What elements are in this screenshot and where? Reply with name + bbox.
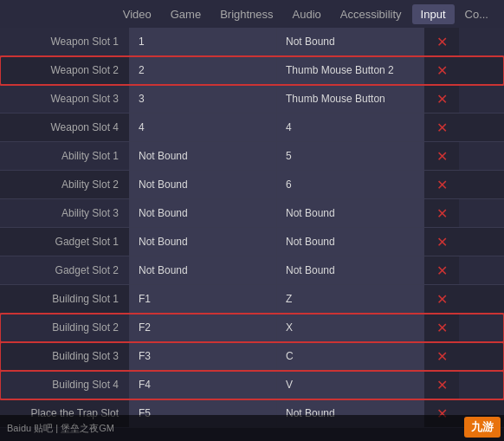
delete-button[interactable]: ✕ (424, 56, 459, 84)
primary-binding[interactable]: F1 (130, 285, 277, 313)
slot-label: Weapon Slot 3 (0, 85, 130, 113)
slot-label: Gadget Slot 1 (0, 228, 130, 256)
delete-button[interactable]: ✕ (424, 342, 459, 370)
secondary-binding[interactable]: Not Bound (277, 28, 424, 55)
primary-binding[interactable]: 4 (130, 113, 277, 141)
slot-label: Building Slot 4 (0, 371, 130, 399)
nav-item-video[interactable]: Video (114, 4, 160, 24)
primary-binding[interactable]: Not Bound (130, 171, 277, 198)
secondary-binding[interactable]: 5 (277, 142, 424, 170)
nav-item-audio[interactable]: Audio (284, 4, 330, 24)
slot-label: Ability Slot 1 (0, 142, 130, 170)
primary-binding[interactable]: Not Bound (130, 142, 277, 170)
slot-label: Weapon Slot 2 (0, 56, 130, 84)
table-row: Ability Slot 2Not Bound6✕ (0, 171, 504, 199)
table-row: Building Slot 1F1Z✕ (0, 285, 504, 314)
secondary-binding[interactable]: Thumb Mouse Button (277, 85, 424, 113)
nav-item-game[interactable]: Game (162, 4, 210, 24)
nav-item-input[interactable]: Input (412, 4, 455, 24)
secondary-binding[interactable]: 6 (277, 171, 424, 198)
logo-badge: 九游 (464, 417, 501, 438)
primary-binding[interactable]: F3 (130, 342, 277, 370)
primary-binding[interactable]: F4 (130, 371, 277, 399)
table-row: Ability Slot 1Not Bound5✕ (0, 142, 504, 171)
slot-label: Building Slot 2 (0, 314, 130, 341)
delete-button[interactable]: ✕ (424, 142, 459, 170)
slot-label: Weapon Slot 1 (0, 28, 130, 55)
nav-item-accessibility[interactable]: Accessibility (332, 4, 410, 24)
delete-button[interactable]: ✕ (424, 28, 459, 55)
watermark-text: Baidu 贴吧 | 堡垒之夜GM (7, 422, 114, 435)
primary-binding[interactable]: Not Bound (130, 256, 277, 284)
delete-button[interactable]: ✕ (424, 314, 459, 341)
nav-item-co[interactable]: Co... (456, 4, 497, 24)
primary-binding[interactable]: 1 (130, 28, 277, 55)
slot-label: Ability Slot 2 (0, 171, 130, 198)
slot-label: Weapon Slot 4 (0, 113, 130, 141)
delete-button[interactable]: ✕ (424, 199, 459, 227)
primary-binding[interactable]: Not Bound (130, 199, 277, 227)
slot-label: Gadget Slot 2 (0, 256, 130, 284)
table-row: Weapon Slot 22Thumb Mouse Button 2✕ (0, 56, 504, 85)
secondary-binding[interactable]: C (277, 342, 424, 370)
slot-label: Building Slot 3 (0, 342, 130, 370)
primary-binding[interactable]: 3 (130, 85, 277, 113)
table-row: Gadget Slot 1Not BoundNot Bound✕ (0, 228, 504, 256)
delete-button[interactable]: ✕ (424, 228, 459, 256)
slot-label: Building Slot 1 (0, 285, 130, 313)
primary-binding[interactable]: 2 (130, 56, 277, 84)
delete-button[interactable]: ✕ (424, 256, 459, 284)
table-row: Weapon Slot 33Thumb Mouse Button✕ (0, 85, 504, 113)
secondary-binding[interactable]: X (277, 314, 424, 341)
delete-button[interactable]: ✕ (424, 85, 459, 113)
delete-button[interactable]: ✕ (424, 371, 459, 399)
secondary-binding[interactable]: Not Bound (277, 228, 424, 256)
nav-item-brightness[interactable]: Brightness (211, 4, 281, 24)
table-row: Building Slot 4F4V✕ (0, 371, 504, 399)
table-row: Weapon Slot 11Not Bound✕ (0, 28, 504, 56)
watermark: Baidu 贴吧 | 堡垒之夜GM (0, 415, 504, 441)
table-row: Gadget Slot 2Not BoundNot Bound✕ (0, 256, 504, 285)
delete-button[interactable]: ✕ (424, 113, 459, 141)
secondary-binding[interactable]: Not Bound (277, 256, 424, 284)
secondary-binding[interactable]: V (277, 371, 424, 399)
delete-button[interactable]: ✕ (424, 171, 459, 198)
primary-binding[interactable]: Not Bound (130, 228, 277, 256)
table-row: Building Slot 2F2X✕ (0, 314, 504, 342)
slot-label: Ability Slot 3 (0, 199, 130, 227)
primary-binding[interactable]: F2 (130, 314, 277, 341)
secondary-binding[interactable]: 4 (277, 113, 424, 141)
navigation: VideoGameBrightnessAudioAccessibilityInp… (0, 0, 504, 28)
secondary-binding[interactable]: Thumb Mouse Button 2 (277, 56, 424, 84)
delete-button[interactable]: ✕ (424, 285, 459, 313)
table-row: Weapon Slot 444✕ (0, 113, 504, 142)
secondary-binding[interactable]: Not Bound (277, 199, 424, 227)
settings-content: Weapon Slot 11Not Bound✕Weapon Slot 22Th… (0, 28, 504, 441)
table-row: Building Slot 3F3C✕ (0, 342, 504, 371)
secondary-binding[interactable]: Z (277, 285, 424, 313)
table-row: Ability Slot 3Not BoundNot Bound✕ (0, 199, 504, 228)
